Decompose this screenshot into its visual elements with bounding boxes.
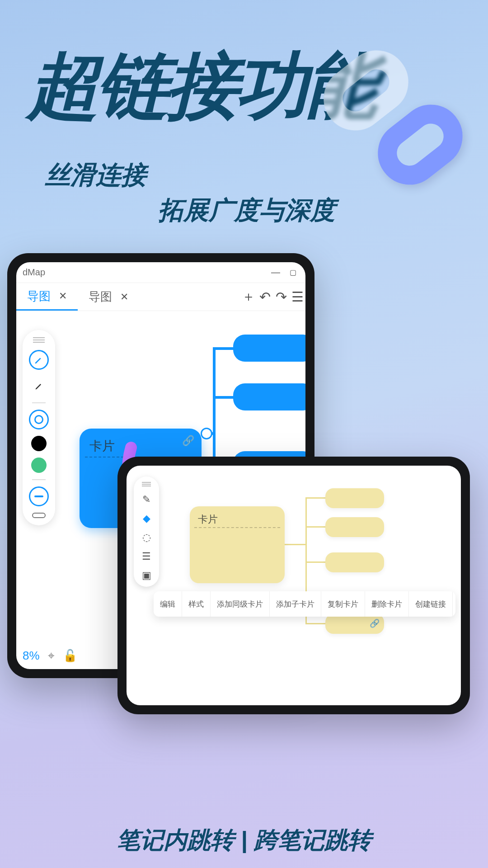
ctx-add-sibling[interactable]: 添加同级卡片 [211, 591, 270, 617]
ctx-add-child[interactable]: 添加子卡片 [270, 591, 321, 617]
ctx-delete[interactable]: 删除卡片 [365, 591, 409, 617]
outline-icon[interactable]: ☰ [289, 289, 305, 305]
undo-icon[interactable]: ↶ [257, 289, 273, 305]
card-label: 卡片 [89, 438, 115, 455]
card-divider [194, 527, 280, 528]
lasso-tool[interactable]: ◌ [142, 532, 151, 543]
tab-label: 导图 [89, 289, 112, 305]
ctx-copy[interactable]: 复制卡片 [321, 591, 365, 617]
mindmap-child-node[interactable]: 🔗 [325, 614, 384, 634]
close-icon[interactable]: ✕ [120, 291, 128, 303]
connector-line [305, 497, 328, 499]
mindmap-child-node[interactable] [325, 552, 384, 572]
mini-tool-palette[interactable]: ✎ ◆ ◌ ☰ ▣ [134, 476, 159, 587]
close-icon[interactable]: ✕ [59, 290, 67, 302]
mindmap-child-node[interactable] [233, 383, 305, 410]
hero-sub-1: 丝滑连接 [45, 158, 146, 193]
hero-sub-2: 拓展广度与深度 [158, 193, 335, 228]
window-titlebar: dMap ― ▢ [16, 262, 305, 283]
connector-joint-icon[interactable] [201, 428, 212, 439]
locate-icon[interactable]: ⌖ [48, 649, 55, 663]
unlock-icon[interactable]: 🔓 [63, 649, 77, 663]
app-name: dMap [23, 267, 45, 278]
link-icon[interactable]: 🔗 [370, 618, 380, 628]
context-toolbar: 编辑 样式 添加同级卡片 添加子卡片 复制卡片 删除卡片 创建链接 添加链接卡片… [154, 591, 455, 617]
connector-line [305, 623, 328, 624]
footer-caption: 笔记内跳转 | 跨笔记跳转 [0, 825, 488, 856]
image-tool[interactable]: ▣ [142, 570, 151, 581]
zoom-level[interactable]: 8% [23, 649, 40, 663]
connector-line [305, 526, 328, 528]
tab-2[interactable]: 导图 ✕ [78, 283, 139, 311]
ctx-edit[interactable]: 编辑 [154, 591, 182, 617]
pencil-tool[interactable]: ✎ [142, 494, 150, 505]
connector-line [305, 561, 328, 563]
ctx-create-link[interactable]: 创建链接 [409, 591, 453, 617]
tab-strip: 导图 ✕ 导图 ✕ ＋ ↶ ↷ ☰ [16, 283, 305, 311]
mindmap-child-node[interactable] [325, 488, 384, 508]
card-label: 卡片 [198, 513, 218, 526]
tab-label: 导图 [27, 288, 51, 304]
ctx-style[interactable]: 样式 [182, 591, 211, 617]
mindmap-child-node[interactable] [325, 517, 384, 537]
link-icon[interactable]: 🔗 [182, 435, 194, 447]
connector-line [285, 544, 306, 545]
status-bar: 8% ⌖ 🔓 [23, 649, 77, 663]
redo-icon[interactable]: ↷ [273, 289, 289, 305]
tab-1[interactable]: 导图 ✕ [16, 283, 78, 311]
drag-handle-icon[interactable] [142, 482, 151, 486]
minimize-icon[interactable]: ― [269, 266, 282, 279]
maximize-icon[interactable]: ▢ [286, 266, 299, 279]
ctx-add-link[interactable]: 添加链接卡片 [453, 591, 455, 617]
mindmap-root-card[interactable]: 卡片 [190, 506, 285, 583]
mindmap-child-node[interactable] [233, 335, 305, 362]
tag-tool[interactable]: ☰ [142, 551, 151, 562]
tablet-2: ✎ ◆ ◌ ☰ ▣ 卡片 🔗 编辑 样式 添加同级卡片 添加子卡片 复制卡片 删… [117, 457, 470, 714]
add-icon[interactable]: ＋ [240, 288, 257, 306]
eraser-tool[interactable]: ◆ [143, 513, 150, 524]
chain-link-icon [321, 59, 465, 176]
